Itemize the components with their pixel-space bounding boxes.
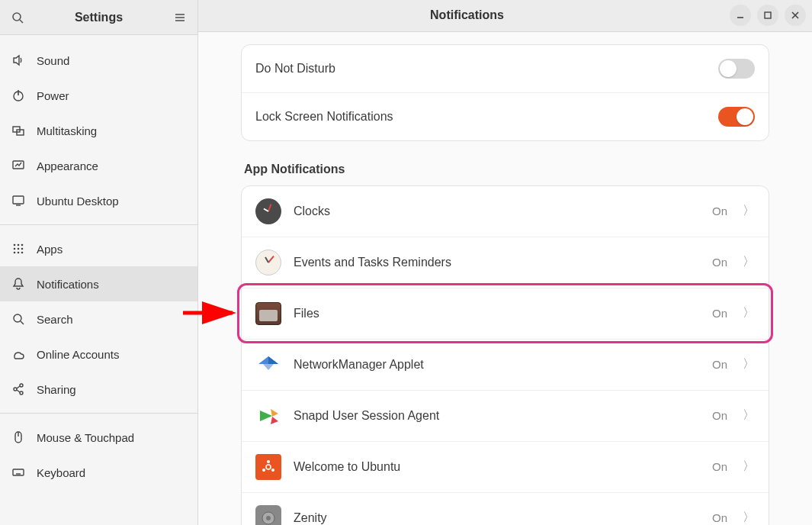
app-row-label: Welcome to Ubuntu xyxy=(294,460,700,474)
sidebar-item-notifications[interactable]: Notifications xyxy=(0,266,197,301)
svg-point-44 xyxy=(266,516,271,520)
sound-icon xyxy=(11,53,26,68)
sidebar-header: Settings xyxy=(0,0,197,35)
svg-point-16 xyxy=(18,248,20,250)
app-row-events[interactable]: Events and Tasks RemindersOn〉 xyxy=(242,237,769,288)
zenity-app-icon xyxy=(255,505,281,525)
sidebar-title: Settings xyxy=(29,11,168,24)
svg-rect-36 xyxy=(765,12,771,18)
chevron-right-icon: 〉 xyxy=(743,254,755,270)
setting-row-do-not-disturb: Do Not Disturb xyxy=(242,45,769,92)
svg-point-17 xyxy=(21,248,24,250)
svg-point-18 xyxy=(14,252,16,254)
svg-point-19 xyxy=(18,252,20,254)
svg-point-39 xyxy=(266,465,271,469)
content: Do Not DisturbLock Screen Notifications … xyxy=(198,32,812,525)
sidebar-item-label: Appearance xyxy=(37,159,98,172)
sidebar-separator xyxy=(0,413,197,414)
app-row-state: On xyxy=(712,460,727,473)
sidebar-list: SoundPowerMultitaskingAppearanceUbuntu D… xyxy=(0,35,197,490)
sidebar-item-label: Search xyxy=(37,313,73,326)
main-pane: Notifications Do Not DisturbLock Screen … xyxy=(198,0,812,525)
svg-point-40 xyxy=(267,460,270,463)
app-notifications-title: App Notifications xyxy=(244,163,769,176)
snapd-app-icon xyxy=(255,403,281,429)
svg-line-27 xyxy=(17,390,20,392)
sidebar-item-label: Multitasking xyxy=(37,124,97,137)
app-row-zenity[interactable]: ZenityOn〉 xyxy=(242,492,769,525)
sidebar-item-mouse-touchpad[interactable]: Mouse & Touchpad xyxy=(0,420,197,455)
app-row-state: On xyxy=(712,256,727,269)
sidebar-separator xyxy=(0,224,197,225)
sharing-icon xyxy=(11,382,26,397)
svg-point-23 xyxy=(14,388,17,391)
sidebar-item-apps[interactable]: Apps xyxy=(0,231,197,266)
sidebar-item-label: Apps xyxy=(37,243,63,256)
sidebar: Settings SoundPowerMultitaskingAppearanc… xyxy=(0,0,198,525)
toggle-lock-screen[interactable] xyxy=(718,107,755,127)
close-button[interactable] xyxy=(785,5,806,26)
chevron-right-icon: 〉 xyxy=(743,203,755,219)
svg-rect-10 xyxy=(13,196,24,204)
app-row-label: Clocks xyxy=(294,205,700,218)
main-header: Notifications xyxy=(198,0,812,32)
svg-point-42 xyxy=(262,469,265,472)
svg-point-14 xyxy=(21,244,24,246)
minimize-button[interactable] xyxy=(730,5,751,26)
svg-line-22 xyxy=(21,321,24,324)
toggle-do-not-disturb[interactable] xyxy=(718,59,755,79)
apps-card: ClocksOn〉Events and Tasks RemindersOn〉Fi… xyxy=(241,185,769,525)
sidebar-item-label: Keyboard xyxy=(37,466,85,479)
sidebar-item-label: Notifications xyxy=(37,278,99,291)
app-row-label: Zenity xyxy=(294,511,700,525)
chevron-right-icon: 〉 xyxy=(743,510,755,525)
svg-rect-30 xyxy=(13,469,24,475)
app-row-clocks[interactable]: ClocksOn〉 xyxy=(242,186,769,237)
sidebar-item-appearance[interactable]: Appearance xyxy=(0,148,197,183)
app-row-state: On xyxy=(712,511,727,524)
sidebar-item-keyboard[interactable]: Keyboard xyxy=(0,455,197,490)
sidebar-item-label: Online Accounts xyxy=(37,348,119,361)
sidebar-item-ubuntu-desktop[interactable]: Ubuntu Desktop xyxy=(0,183,197,218)
page-title: Notifications xyxy=(204,8,730,22)
app-row-label: Snapd User Session Agent xyxy=(294,409,700,423)
app-row-state: On xyxy=(712,205,727,217)
setting-label: Do Not Disturb xyxy=(255,62,718,76)
app-row-snapd[interactable]: Snapd User Session AgentOn〉 xyxy=(242,390,769,441)
sidebar-item-label: Mouse & Touchpad xyxy=(37,431,134,444)
sidebar-item-sound[interactable]: Sound xyxy=(0,43,197,78)
welcome-app-icon xyxy=(255,454,281,480)
setting-row-lock-screen: Lock Screen Notifications xyxy=(242,92,769,140)
app-row-welcome[interactable]: Welcome to UbuntuOn〉 xyxy=(242,441,769,492)
search-icon xyxy=(11,311,26,327)
sidebar-item-power[interactable]: Power xyxy=(0,78,197,113)
maximize-button[interactable] xyxy=(757,5,778,26)
sidebar-item-search[interactable]: Search xyxy=(0,301,197,337)
search-icon[interactable] xyxy=(6,6,29,29)
apps-icon xyxy=(11,241,26,256)
setting-label: Lock Screen Notifications xyxy=(255,110,718,124)
svg-point-25 xyxy=(20,391,23,395)
hamburger-icon[interactable] xyxy=(168,6,191,29)
events-app-icon xyxy=(255,250,281,275)
power-icon xyxy=(11,88,26,103)
app-row-files[interactable]: FilesOn〉 xyxy=(242,288,769,339)
svg-point-21 xyxy=(14,314,21,322)
sidebar-item-sharing[interactable]: Sharing xyxy=(0,372,197,407)
window-controls xyxy=(730,5,806,26)
sidebar-item-label: Sharing xyxy=(37,383,76,396)
svg-point-13 xyxy=(18,244,20,246)
sidebar-item-label: Ubuntu Desktop xyxy=(37,195,119,208)
svg-point-24 xyxy=(20,384,23,387)
app-row-nm-applet[interactable]: NetworkManager AppletOn〉 xyxy=(242,339,769,390)
ubuntu-desktop-icon xyxy=(11,193,26,208)
sidebar-item-label: Power xyxy=(37,89,69,102)
svg-point-0 xyxy=(13,13,21,21)
svg-line-1 xyxy=(20,20,23,23)
app-row-label: Files xyxy=(294,307,700,320)
app-row-label: Events and Tasks Reminders xyxy=(294,256,700,269)
chevron-right-icon: 〉 xyxy=(743,305,755,321)
sidebar-item-online-accounts[interactable]: Online Accounts xyxy=(0,337,197,372)
svg-point-12 xyxy=(14,244,16,246)
sidebar-item-multitasking[interactable]: Multitasking xyxy=(0,113,197,148)
